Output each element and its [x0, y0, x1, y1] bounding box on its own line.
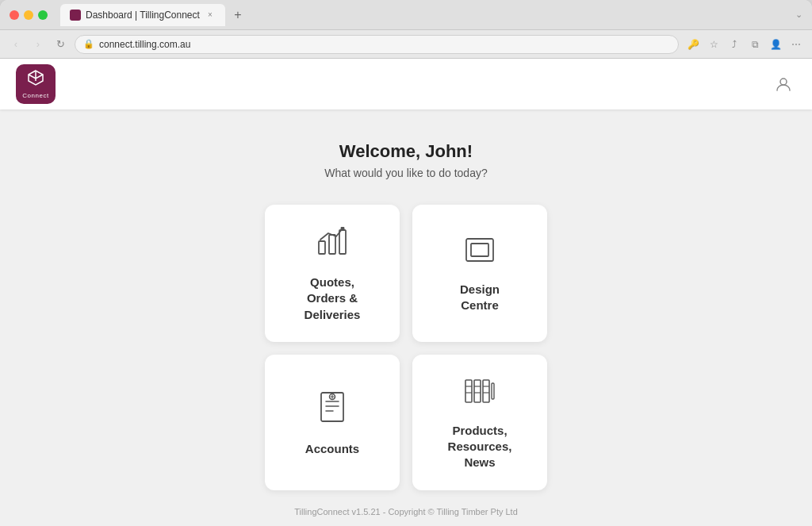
welcome-subtitle: What would you like to do today? — [324, 167, 487, 179]
key-icon[interactable]: 🔑 — [685, 36, 701, 52]
card-label-quotes: Quotes, Orders & Deliveries — [304, 275, 361, 323]
svg-rect-3 — [339, 230, 346, 254]
app-header: Connect — [0, 59, 812, 109]
profile-icon[interactable]: 👤 — [768, 36, 783, 52]
svg-rect-15 — [474, 380, 481, 402]
share-icon[interactable]: ⤴ — [726, 36, 742, 52]
card-products-resources-news[interactable]: Products, Resources, News — [412, 355, 547, 490]
logo-icon — [26, 69, 45, 90]
logo[interactable]: Connect — [16, 64, 56, 104]
svg-point-0 — [780, 79, 787, 85]
svg-rect-23 — [492, 383, 494, 399]
back-button[interactable]: ‹ — [8, 36, 24, 52]
window-controls: ⌄ — [795, 10, 802, 20]
card-label-accounts: Accounts — [305, 441, 359, 457]
browser-window: Dashboard | TillingConnect × + ⌄ ‹ › ↻ 🔒… — [0, 0, 812, 526]
svg-rect-16 — [483, 380, 489, 402]
user-account-button[interactable] — [771, 71, 796, 97]
main-content: Welcome, John! What would you like to do… — [0, 109, 812, 497]
invoice-icon — [317, 390, 347, 428]
lock-icon: 🔒 — [83, 39, 94, 49]
bookmark-icon[interactable]: ☆ — [706, 36, 722, 52]
tab-favicon — [70, 10, 81, 21]
layout-icon — [463, 236, 496, 269]
card-label-design: Design Centre — [460, 282, 500, 314]
logo-text: Connect — [22, 92, 48, 99]
forward-button[interactable]: › — [30, 36, 46, 52]
url-bar[interactable]: 🔒 connect.tilling.com.au — [75, 35, 679, 54]
close-window-button[interactable] — [10, 10, 19, 20]
menu-icon[interactable]: ⋯ — [788, 36, 804, 52]
traffic-lights — [10, 10, 48, 20]
footer-text: TillingConnect v1.5.21 - Copyright © Til… — [294, 507, 518, 516]
active-tab[interactable]: Dashboard | TillingConnect × — [60, 4, 225, 26]
welcome-title: Welcome, John! — [339, 141, 473, 162]
tab-close-button[interactable]: × — [205, 10, 216, 21]
minimize-window-button[interactable] — [24, 10, 33, 20]
card-design-centre[interactable]: Design Centre — [412, 205, 547, 342]
grid-icon — [463, 377, 496, 410]
svg-rect-6 — [471, 244, 488, 256]
svg-rect-1 — [319, 241, 325, 254]
refresh-button[interactable]: ↻ — [52, 36, 68, 52]
new-tab-button[interactable]: + — [228, 6, 247, 25]
svg-rect-14 — [465, 380, 472, 402]
svg-rect-5 — [466, 239, 493, 261]
cards-grid: Quotes, Orders & Deliveries Design Centr… — [265, 205, 547, 490]
title-bar: Dashboard | TillingConnect × + ⌄ — [0, 0, 812, 30]
tab-title: Dashboard | TillingConnect — [86, 10, 200, 21]
url-text: connect.tilling.com.au — [99, 39, 190, 50]
footer: TillingConnect v1.5.21 - Copyright © Til… — [0, 497, 812, 526]
card-quotes-orders-deliveries[interactable]: Quotes, Orders & Deliveries — [265, 205, 400, 342]
bar-chart-icon — [316, 227, 349, 262]
maximize-window-button[interactable] — [38, 10, 48, 20]
app-content: Connect Welcome, John! What would you li… — [0, 59, 812, 526]
card-accounts[interactable]: Accounts — [265, 355, 400, 490]
card-label-products: Products, Resources, News — [448, 423, 512, 471]
tabs-area: Dashboard | TillingConnect × + — [60, 4, 789, 26]
svg-rect-2 — [329, 235, 335, 254]
tab-manager-icon[interactable]: ⧉ — [747, 36, 763, 52]
address-bar: ‹ › ↻ 🔒 connect.tilling.com.au 🔑 ☆ ⤴ ⧉ 👤… — [0, 30, 812, 59]
address-actions: 🔑 ☆ ⤴ ⧉ 👤 ⋯ — [685, 36, 804, 52]
